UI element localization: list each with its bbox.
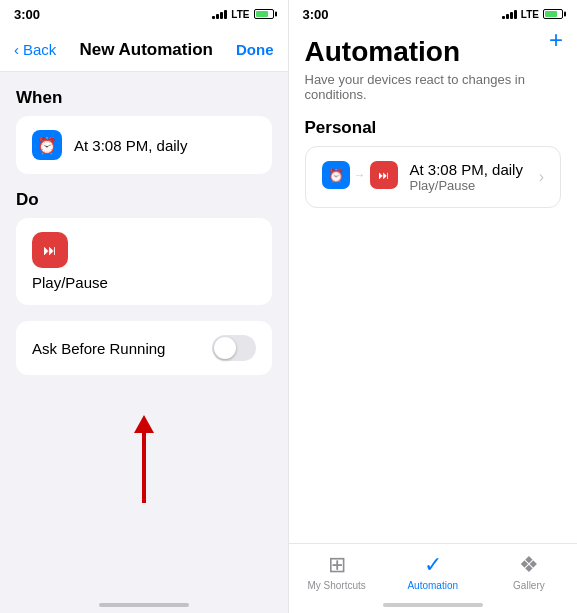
- home-indicator-left: [99, 603, 189, 607]
- auto-clock-icon: ⏰: [322, 161, 350, 189]
- automation-action: Play/Pause: [410, 178, 527, 193]
- home-indicator-right: [383, 603, 483, 607]
- back-button[interactable]: ‹ Back: [14, 41, 56, 58]
- battery-icon-left: [254, 9, 274, 19]
- status-bar-right: 3:00 LTE: [289, 0, 578, 28]
- status-time-left: 3:00: [14, 7, 40, 22]
- automation-list-item[interactable]: ⏰ → ⏭ At 3:08 PM, daily Play/Pause ›: [305, 146, 562, 208]
- right-panel: 3:00 LTE + Automation Have your devices …: [289, 0, 578, 613]
- status-icons-right: LTE: [502, 9, 563, 20]
- when-section-header: When: [0, 88, 288, 116]
- arrow-annotation: [134, 415, 154, 503]
- status-bar-left: 3:00 LTE: [0, 0, 288, 28]
- arrow-icon: →: [354, 168, 366, 182]
- done-button[interactable]: Done: [236, 41, 274, 58]
- left-content: When ⏰ At 3:08 PM, daily Do ⏭ Play/Pause…: [0, 72, 288, 613]
- tab-automation[interactable]: ✓ Automation: [385, 552, 481, 591]
- auto-play-pause-icon: ⏭: [370, 161, 398, 189]
- play-pause-icon: ⏭: [32, 232, 68, 268]
- automation-tab-icon: ✓: [424, 552, 442, 578]
- my-shortcuts-icon: ⊞: [328, 552, 346, 578]
- tab-gallery[interactable]: ❖ Gallery: [481, 552, 577, 591]
- nav-bar-left: ‹ Back New Automation Done: [0, 28, 288, 72]
- nav-title-left: New Automation: [79, 40, 212, 60]
- chevron-left-icon: ‹: [14, 41, 19, 58]
- gallery-icon: ❖: [519, 552, 539, 578]
- left-panel: 3:00 LTE ‹ Back New Automation Done When: [0, 0, 288, 613]
- page-title: Automation: [305, 36, 562, 68]
- chevron-right-icon: ›: [539, 168, 544, 186]
- lte-label-right: LTE: [521, 9, 539, 20]
- action-label: Play/Pause: [32, 274, 108, 291]
- automation-trigger: At 3:08 PM, daily: [410, 161, 527, 178]
- signal-icon-right: [502, 9, 517, 19]
- gallery-label: Gallery: [513, 580, 545, 591]
- my-shortcuts-label: My Shortcuts: [307, 580, 365, 591]
- personal-section-label: Personal: [305, 118, 562, 138]
- ask-before-label: Ask Before Running: [32, 340, 165, 357]
- right-header-area: Automation Have your devices react to ch…: [289, 28, 578, 146]
- when-trigger-text: At 3:08 PM, daily: [74, 137, 187, 154]
- ask-before-running-row[interactable]: Ask Before Running: [16, 321, 272, 375]
- when-card[interactable]: ⏰ At 3:08 PM, daily: [16, 116, 272, 174]
- signal-icon-left: [212, 9, 227, 19]
- tab-my-shortcuts[interactable]: ⊞ My Shortcuts: [289, 552, 385, 591]
- battery-icon-right: [543, 9, 563, 19]
- do-card[interactable]: ⏭ Play/Pause: [16, 218, 272, 305]
- page-subtitle: Have your devices react to changes in co…: [305, 72, 562, 102]
- back-label: Back: [23, 41, 56, 58]
- automation-tab-label: Automation: [407, 580, 458, 591]
- automation-icons-row: ⏰ → ⏭: [322, 161, 398, 189]
- do-section: Do ⏭ Play/Pause: [0, 190, 288, 305]
- arrow-shaft: [142, 433, 146, 503]
- status-icons-left: LTE: [212, 9, 273, 20]
- lte-label-left: LTE: [231, 9, 249, 20]
- clock-icon: ⏰: [32, 130, 62, 160]
- status-time-right: 3:00: [303, 7, 329, 22]
- toggle-thumb: [214, 337, 236, 359]
- ask-before-toggle[interactable]: [212, 335, 256, 361]
- automation-info: At 3:08 PM, daily Play/Pause: [410, 161, 527, 193]
- do-section-header: Do: [0, 190, 288, 218]
- automation-card-icons: ⏰ → ⏭: [322, 161, 398, 193]
- add-automation-button[interactable]: +: [549, 28, 563, 52]
- arrow-head: [134, 415, 154, 433]
